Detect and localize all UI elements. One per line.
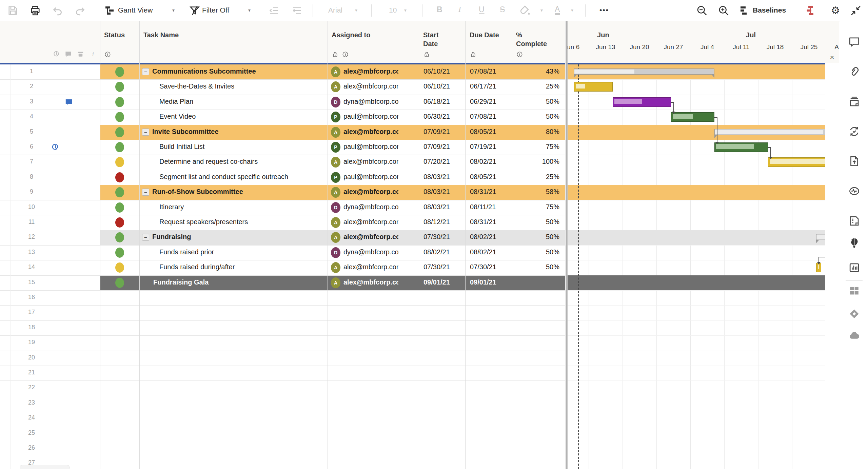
baselines-icon[interactable] [738,4,751,17]
row-number[interactable]: 8 [20,173,43,180]
collapse-toggle-icon[interactable]: − [142,68,149,75]
status-dot-yellow[interactable] [115,262,124,273]
gantt-bar-row-2[interactable] [574,82,613,92]
indent-icon[interactable] [291,4,303,17]
assigned-email-cell[interactable]: dyna@mbfcorp.com [343,98,398,105]
collapse-toggle-icon[interactable]: − [142,189,149,196]
status-dot-green[interactable] [115,187,124,197]
gantt-bar-row-6[interactable] [714,142,768,152]
row-number[interactable]: 1 [20,68,43,75]
publish-icon[interactable] [848,155,861,168]
row-number[interactable]: 5 [20,128,43,135]
start-date-cell[interactable]: 08/03/21 [423,173,450,181]
due-date-cell[interactable]: 08/05/21 [470,173,496,181]
start-date-cell[interactable]: 06/10/21 [423,82,450,90]
start-date-cell[interactable]: 07/09/21 [423,143,450,151]
font-color-caret-icon[interactable]: ▾ [571,7,573,13]
update-requests-icon[interactable] [848,125,861,138]
task-name-cell[interactable]: Media Plan [159,98,326,105]
status-dot-green[interactable] [115,127,124,137]
row-number[interactable]: 13 [20,249,43,256]
strikethrough-button[interactable]: S [500,5,505,14]
gantt-bar-row-4[interactable] [671,112,715,122]
row-number[interactable]: 23 [20,399,43,406]
due-date-cell[interactable]: 08/02/21 [470,158,496,165]
percent-complete-cell[interactable]: 50% [512,248,559,256]
row-number[interactable]: 6 [20,143,43,150]
status-dot-red[interactable] [115,217,124,228]
task-name-cell[interactable]: Event Video [159,113,326,120]
due-date-cell[interactable]: 06/29/21 [470,98,496,105]
redo-icon[interactable] [74,4,86,17]
status-dot-green[interactable] [115,112,124,122]
more-options-icon[interactable]: ••• [599,6,609,14]
collapse-toolbar-icon[interactable] [850,4,862,17]
due-date-cell[interactable]: 08/11/21 [470,203,496,211]
view-selector-label[interactable]: Gantt View [118,6,153,14]
row-number[interactable]: 22 [20,384,43,391]
gantt-bar-row-12[interactable] [816,234,825,240]
start-date-cell[interactable]: 07/20/21 [423,158,450,165]
gantt-bar-row-7[interactable] [768,157,825,167]
row-number[interactable]: 18 [20,324,43,331]
column-header-status[interactable]: Status [104,31,125,39]
percent-complete-cell[interactable]: 80% [512,128,559,136]
start-date-cell[interactable]: 08/12/21 [423,218,450,226]
start-date-cell[interactable]: 06/30/21 [423,113,450,120]
font-color-button[interactable]: A [555,5,560,15]
status-dot-green[interactable] [115,142,124,152]
zoom-in-icon[interactable] [717,4,730,17]
row-number[interactable]: 7 [20,158,43,165]
collapse-toggle-icon[interactable]: − [142,234,149,241]
task-name-cell[interactable]: Run-of-Show Subcommittee [152,188,326,196]
task-name-cell[interactable]: Fundraising Gala [153,278,326,286]
percent-complete-cell[interactable]: 25% [512,173,559,181]
due-date-cell[interactable]: 06/17/21 [470,82,496,90]
percent-complete-cell[interactable]: 75% [512,143,559,151]
gantt-bar-row-1[interactable] [574,69,714,75]
horizontal-scrollbar-thumb[interactable] [20,465,70,469]
status-dot-green[interactable] [115,248,124,258]
column-header-due[interactable]: Due Date [470,31,499,39]
assigned-email-cell[interactable]: alex@mbfcorp.com [343,233,398,241]
settings-gear-icon[interactable]: ⚙ [829,4,842,17]
start-date-cell[interactable]: 06/10/21 [423,67,450,75]
row-number[interactable]: 14 [20,263,43,271]
due-date-cell[interactable]: 08/05/21 [470,128,496,136]
task-name-cell[interactable]: Segment list and conduct specific outrea… [159,173,326,181]
task-name-cell[interactable]: Itinerary [159,203,326,211]
assigned-email-cell[interactable]: alex@mbfcorp.com [343,67,398,75]
task-name-cell[interactable]: Fundraising [152,233,326,241]
column-header-start[interactable]: Start Date [423,31,439,48]
percent-complete-cell[interactable]: 75% [512,203,559,211]
due-date-cell[interactable]: 09/01/21 [470,278,496,286]
status-dot-green[interactable] [115,82,124,92]
dashboard-chart-icon[interactable] [848,261,861,274]
assigned-email-cell[interactable]: dyna@mbfcorp.com [343,248,398,256]
fill-color-icon[interactable] [519,4,531,17]
zoom-out-icon[interactable] [696,4,708,17]
status-dot-green[interactable] [115,278,124,288]
status-dot-yellow[interactable] [115,157,124,167]
filter-caret-icon[interactable]: ▾ [248,7,251,13]
due-date-cell[interactable]: 07/08/21 [470,113,496,120]
due-date-cell[interactable]: 08/02/21 [470,248,496,256]
row-number[interactable]: 24 [20,414,43,421]
start-date-cell[interactable]: 08/03/21 [423,188,450,196]
row-number[interactable]: 25 [20,429,43,436]
assigned-email-cell[interactable]: alex@mbfcorp.com [343,158,398,165]
print-icon[interactable] [29,4,41,17]
status-dot-green[interactable] [115,67,124,77]
font-size-caret-icon[interactable]: ▾ [404,7,407,13]
due-date-cell[interactable]: 07/30/21 [470,263,496,271]
due-date-cell[interactable]: 07/08/21 [470,67,496,75]
row-number[interactable]: 4 [20,113,43,120]
assigned-email-cell[interactable]: alex@mbfcorp.com [343,128,398,136]
font-family-select[interactable]: Arial [328,6,342,14]
collapse-toggle-icon[interactable]: − [142,129,149,136]
row-number[interactable]: 15 [20,279,43,286]
font-size-select[interactable]: 10 [389,6,397,14]
start-date-cell[interactable]: 08/02/21 [423,248,450,256]
task-name-cell[interactable]: Funds raised during/after [159,263,326,271]
underline-button[interactable]: U [479,5,485,14]
